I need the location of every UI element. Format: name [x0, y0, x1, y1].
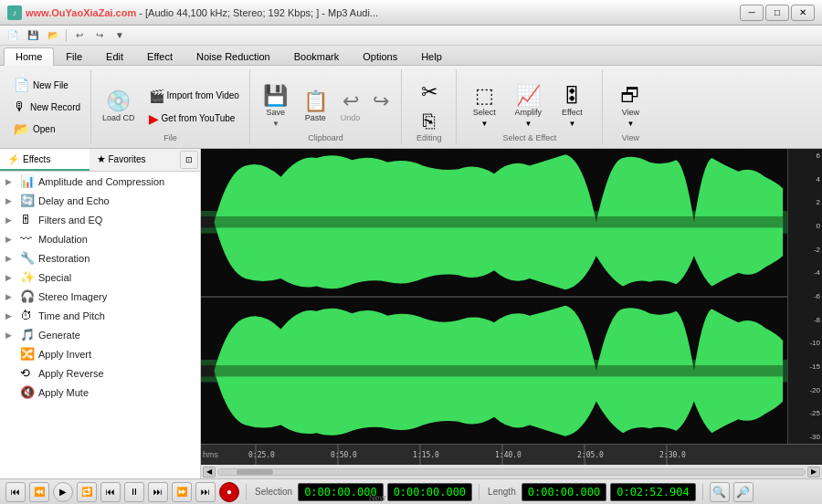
- video-icon: 🎬: [149, 89, 164, 103]
- view-button[interactable]: 🗗 View ▼: [610, 82, 650, 131]
- db-mark-4: 4: [790, 175, 820, 184]
- apply-mute-label: Apply Mute: [38, 387, 89, 398]
- sidebar-item-filters[interactable]: ▶ 🎚 Filters and EQ: [0, 210, 200, 229]
- sidebar-item-special[interactable]: ▶ ✨ Special: [0, 268, 200, 287]
- clipboard-stack: 📋 Paste: [298, 88, 333, 127]
- sidebar-item-stereo[interactable]: ▶ 🎧 Stereo Imagery: [0, 287, 200, 306]
- sidebar-item-generate[interactable]: ▶ 🎵 Generate: [0, 325, 200, 344]
- waveform-channels: [201, 149, 787, 444]
- cut-button[interactable]: ✂: [413, 79, 446, 106]
- svg-text:hms: hms: [203, 450, 219, 459]
- import-video-label: Import from Video: [167, 90, 239, 100]
- sidebar-item-apply-reverse[interactable]: ⟲ Apply Reverse: [0, 363, 200, 383]
- titlebar-controls: ─ □ ✕: [740, 5, 815, 21]
- titlebar-title: www.OuYaoXiaZai.com - [Audio 44,100 kHz;…: [26, 7, 378, 18]
- minimize-button[interactable]: ─: [740, 5, 764, 21]
- load-cd-button[interactable]: 💿 Load CD: [97, 88, 141, 127]
- sidebar-tab-favorites[interactable]: ★ Favorites: [90, 149, 179, 171]
- expand-icon-stereo: ▶: [5, 292, 16, 301]
- new-record-icon: 🎙: [14, 100, 26, 114]
- sidebar-item-apply-mute[interactable]: 🔇 Apply Mute: [0, 383, 200, 402]
- new-file-button[interactable]: 📄 New File: [7, 75, 87, 95]
- paste-button[interactable]: 📋 Paste: [298, 88, 333, 127]
- restoration-label: Restoration: [38, 253, 90, 264]
- open-qb-button[interactable]: 📂: [44, 27, 62, 44]
- expand-icon-restoration: ▶: [5, 254, 16, 263]
- amplify-button[interactable]: 📈 Amplify ▼: [508, 82, 548, 131]
- expand-icon-generate: ▶: [5, 331, 16, 340]
- open-button[interactable]: 📂 Open: [7, 119, 87, 139]
- scroll-right-button[interactable]: ▶: [807, 467, 820, 478]
- cut-icon: ✂: [421, 82, 437, 102]
- channel-2[interactable]: [201, 298, 787, 445]
- tab-options[interactable]: Options: [351, 47, 409, 65]
- app-icon: ♪: [7, 5, 22, 20]
- tab-home[interactable]: Home: [4, 47, 54, 66]
- undo-qb-button[interactable]: ↩: [70, 27, 89, 44]
- sidebar-item-time-pitch[interactable]: ▶ ⏱ Time and Pitch: [0, 306, 200, 325]
- ribbon-group-file: 💿 Load CD 🎬 Import from Video ▶ Get from…: [91, 69, 250, 144]
- undo-redo-row: ↩ Undo ↪: [335, 88, 396, 127]
- save-qb-button[interactable]: 💾: [24, 27, 42, 44]
- copy-button[interactable]: ⎘: [413, 108, 446, 135]
- sidebar-item-delay[interactable]: ▶ 🔄 Delay and Echo: [0, 191, 200, 210]
- tab-file[interactable]: File: [54, 47, 94, 65]
- load-cd-label: Load CD: [102, 113, 135, 123]
- new-qb-button[interactable]: 📄: [4, 27, 22, 44]
- svg-rect-6: [201, 365, 215, 376]
- ribbon-tabs: Home File Edit Effect Noise Reduction Bo…: [0, 46, 822, 66]
- sidebar-tabs: ⚡ Effects ★ Favorites ⊡: [0, 149, 200, 172]
- sidebar-item-apply-invert[interactable]: 🔀 Apply Invert: [0, 344, 200, 363]
- sidebar-expand-button[interactable]: ⊡: [180, 151, 198, 169]
- new-record-button[interactable]: 🎙 New Record: [7, 97, 87, 117]
- sidebar-tab-effects[interactable]: ⚡ Effects: [0, 149, 90, 171]
- ribbon: Home File Edit Effect Noise Reduction Bo…: [0, 46, 822, 149]
- qb-separator: [66, 29, 67, 42]
- waveform-svg-1: [201, 149, 787, 296]
- view-group-label: View: [606, 133, 655, 142]
- sidebar-item-amplitude[interactable]: ▶ 📊 Amplitude and Compression: [0, 172, 200, 191]
- effect-button[interactable]: 🎛 Effect ▼: [552, 82, 592, 131]
- expand-icon-time-pitch: ▶: [5, 311, 16, 320]
- amplify-icon: 📈: [516, 86, 541, 106]
- tab-effect[interactable]: Effect: [135, 47, 184, 65]
- db-mark-10n: -10: [790, 339, 820, 347]
- sidebar-item-modulation[interactable]: ▶ 〰 Modulation: [0, 229, 200, 248]
- import-video-button[interactable]: 🎬 Import from Video: [144, 86, 244, 106]
- channel-1[interactable]: [201, 149, 787, 298]
- titlebar: ♪ www.OuYaoXiaZai.com - [Audio 44,100 kH…: [0, 0, 822, 26]
- stereo-icon: 🎧: [20, 289, 35, 303]
- maximize-button[interactable]: □: [765, 5, 789, 21]
- new-record-label: New Record: [30, 102, 80, 112]
- scroll-left-button[interactable]: ◀: [203, 467, 216, 478]
- scroll-thumb[interactable]: [237, 469, 273, 475]
- db-mark-4n: -4: [790, 268, 820, 277]
- redo-qb-button[interactable]: ↪: [90, 27, 109, 44]
- save-button[interactable]: 💾 Save ▼: [256, 82, 296, 131]
- tab-help[interactable]: Help: [409, 47, 454, 65]
- expand-icon-filters: ▶: [5, 215, 16, 225]
- tab-bookmark[interactable]: Bookmark: [282, 47, 352, 65]
- time-pitch-label: Time and Pitch: [38, 310, 105, 321]
- close-button[interactable]: ✕: [791, 5, 815, 21]
- sidebar-item-restoration[interactable]: ▶ 🔧 Restoration: [0, 248, 200, 268]
- tab-edit[interactable]: Edit: [94, 47, 135, 65]
- scroll-track[interactable]: [217, 468, 806, 476]
- new-group-label: New: [7, 493, 747, 502]
- redo-button[interactable]: ↪: [366, 88, 395, 127]
- ribbon-group-select-effect: ⬚ Select ▼ 📈 Amplify ▼ 🎛 Effect ▼ Select…: [457, 69, 603, 144]
- view-content: 🗗 View ▼: [608, 71, 652, 142]
- dropdown-qb-button[interactable]: ▼: [111, 27, 129, 44]
- select-effect-content: ⬚ Select ▼ 📈 Amplify ▼ 🎛 Effect ▼: [464, 71, 595, 142]
- svg-rect-2: [201, 216, 215, 227]
- view-label: View: [622, 108, 639, 118]
- effects-tab-icon: ⚡: [7, 153, 20, 165]
- get-youtube-button[interactable]: ▶ Get from YouTube: [144, 109, 244, 129]
- undo-button[interactable]: ↩ Undo: [335, 88, 366, 127]
- apply-reverse-icon: ⟲: [20, 366, 35, 380]
- db-mark-25n: -25: [790, 409, 820, 417]
- tab-noise-reduction[interactable]: Noise Reduction: [184, 47, 282, 65]
- select-button[interactable]: ⬚ Select ▼: [464, 82, 504, 131]
- svg-text:2:30.0: 2:30.0: [659, 451, 686, 459]
- clipboard-group-label: Clipboard: [258, 133, 394, 142]
